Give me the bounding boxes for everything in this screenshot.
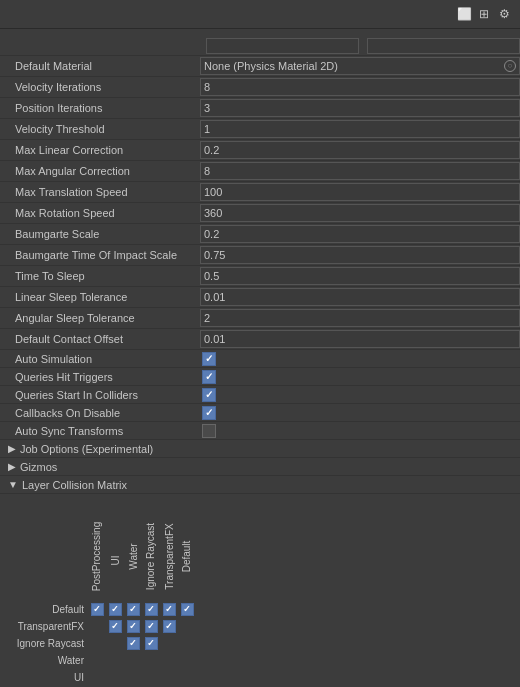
matrix-cell	[106, 669, 124, 685]
gravity-y-input[interactable]	[367, 38, 520, 54]
matrix-col-label: Default	[178, 511, 196, 601]
checkbox-input[interactable]	[202, 406, 216, 420]
checkbox-container	[200, 352, 520, 366]
matrix-cell	[106, 618, 124, 634]
checkbox-row: Auto Simulation	[0, 350, 520, 368]
matrix-checkbox[interactable]	[109, 620, 122, 633]
matrix-checkbox[interactable]	[163, 620, 176, 633]
foldout-row-2[interactable]: ▼ Layer Collision Matrix	[0, 476, 520, 494]
field-label: Velocity Iterations	[0, 81, 200, 93]
field-value[interactable]: 0.75	[200, 246, 520, 264]
foldout-row-1[interactable]: ▶ Gizmos	[0, 458, 520, 476]
checkbox-input[interactable]	[202, 424, 216, 438]
field-row: Max Rotation Speed 360	[0, 203, 520, 224]
field-value[interactable]: 0.5	[200, 267, 520, 285]
gear-icon[interactable]: ⚙	[496, 6, 512, 22]
page-icon[interactable]: ⬜	[456, 6, 472, 22]
field-label: Auto Simulation	[0, 353, 200, 365]
foldout-label: Job Options (Experimental)	[20, 443, 153, 455]
foldout-label: Gizmos	[20, 461, 57, 473]
layout-icon[interactable]: ⊞	[476, 6, 492, 22]
matrix-row: Default	[8, 601, 512, 617]
matrix-col-headers: PostProcessingUIWaterIgnore RaycastTrans…	[88, 506, 512, 601]
field-label: Auto Sync Transforms	[0, 425, 200, 437]
checkbox-row: Queries Start In Colliders	[0, 386, 520, 404]
foldouts-container: ▶ Job Options (Experimental) ▶ Gizmos ▼ …	[0, 440, 520, 494]
field-value[interactable]: 8	[200, 162, 520, 180]
matrix-checkbox[interactable]	[127, 603, 140, 616]
field-value[interactable]: 3	[200, 99, 520, 117]
matrix-cell	[106, 601, 124, 617]
material-value[interactable]: None (Physics Material 2D) ○	[200, 57, 520, 75]
matrix-col-label: TransparentFX	[160, 511, 178, 601]
matrix-cell	[142, 669, 160, 685]
checkbox-input[interactable]	[202, 388, 216, 402]
matrix-col-label: Ignore Raycast	[142, 511, 160, 601]
material-row: Default Material None (Physics Material …	[0, 56, 520, 77]
field-label: Queries Start In Colliders	[0, 389, 200, 401]
matrix-checkbox[interactable]	[91, 603, 104, 616]
matrix-cell	[88, 652, 106, 668]
matrix-row-label: TransparentFX	[8, 621, 88, 632]
checkbox-input[interactable]	[202, 352, 216, 366]
field-value[interactable]: 2	[200, 309, 520, 327]
matrix-cell	[106, 652, 124, 668]
field-label: Linear Sleep Tolerance	[0, 291, 200, 303]
matrix-cell	[88, 601, 106, 617]
field-value[interactable]: 0.01	[200, 288, 520, 306]
field-value[interactable]: 100	[200, 183, 520, 201]
checkbox-container	[200, 388, 520, 402]
checkbox-input[interactable]	[202, 370, 216, 384]
material-text: None (Physics Material 2D)	[204, 58, 338, 74]
matrix-cell	[160, 601, 178, 617]
checkbox-container	[200, 370, 520, 384]
content-area: Default Material None (Physics Material …	[0, 29, 520, 687]
matrix-checkbox[interactable]	[181, 603, 194, 616]
matrix-checkbox[interactable]	[163, 603, 176, 616]
matrix-cell	[178, 669, 196, 685]
field-label: Position Iterations	[0, 102, 200, 114]
field-row: Max Linear Correction 0.2	[0, 140, 520, 161]
matrix-checkbox[interactable]	[127, 620, 140, 633]
matrix-checkbox[interactable]	[127, 637, 140, 650]
field-row: Max Translation Speed 100	[0, 182, 520, 203]
matrix-cell	[160, 669, 178, 685]
field-label: Max Linear Correction	[0, 144, 200, 156]
field-value[interactable]: 8	[200, 78, 520, 96]
header-icons: ⬜ ⊞ ⚙	[456, 6, 512, 22]
field-value[interactable]: 0.2	[200, 141, 520, 159]
material-picker-icon[interactable]: ○	[504, 60, 516, 72]
field-label: Default Contact Offset	[0, 333, 200, 345]
field-value[interactable]: 0.2	[200, 225, 520, 243]
matrix-row-label: Ignore Raycast	[8, 638, 88, 649]
gravity-x-input[interactable]	[206, 38, 359, 54]
field-value[interactable]: 0.01	[200, 330, 520, 348]
matrix-checkbox[interactable]	[109, 603, 122, 616]
matrix-row: Water	[8, 652, 512, 668]
field-label: Callbacks On Disable	[0, 407, 200, 419]
matrix-checkbox[interactable]	[145, 603, 158, 616]
matrix-row: Ignore Raycast	[8, 635, 512, 651]
matrix-cell	[88, 618, 106, 634]
matrix-cell	[178, 601, 196, 617]
checkbox-row: Auto Sync Transforms	[0, 422, 520, 440]
matrix-col-label: Water	[124, 511, 142, 601]
field-row: Max Angular Correction 8	[0, 161, 520, 182]
matrix-checkbox[interactable]	[145, 620, 158, 633]
field-value[interactable]: 1	[200, 120, 520, 138]
panel-header: ⬜ ⊞ ⚙	[0, 0, 520, 29]
field-value[interactable]: 360	[200, 204, 520, 222]
matrix-visual: PostProcessingUIWaterIgnore RaycastTrans…	[8, 506, 512, 687]
field-label: Baumgarte Scale	[0, 228, 200, 240]
matrix-cell	[88, 635, 106, 651]
foldout-arrow: ▶	[8, 443, 16, 454]
matrix-cell	[160, 652, 178, 668]
foldout-row-0[interactable]: ▶ Job Options (Experimental)	[0, 440, 520, 458]
gravity-row	[0, 37, 520, 56]
foldout-arrow: ▼	[8, 479, 18, 490]
matrix-checkbox[interactable]	[145, 637, 158, 650]
matrix-cell	[124, 669, 142, 685]
gravity-fields	[200, 38, 520, 54]
checkbox-row: Callbacks On Disable	[0, 404, 520, 422]
matrix-row-label: Water	[8, 655, 88, 666]
